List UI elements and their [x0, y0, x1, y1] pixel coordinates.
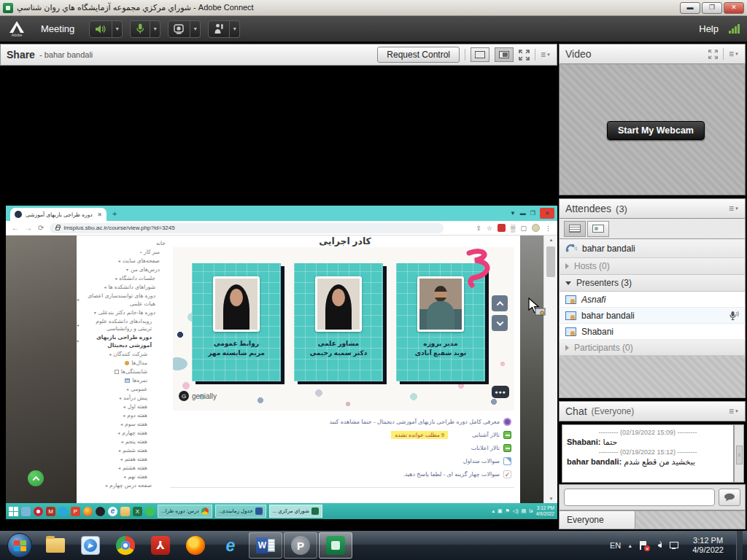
- shared-tray-flag-icon[interactable]: ⚑: [506, 508, 510, 514]
- chat-tab-everyone[interactable]: Everyone: [560, 511, 635, 529]
- nav-item[interactable]: هفته اول◂: [77, 403, 166, 411]
- presenter-row[interactable]: Asnafi: [559, 292, 746, 308]
- chat-send-button[interactable]: [719, 489, 740, 506]
- set-status-button[interactable]: [208, 20, 230, 38]
- browser-minimize-icon[interactable]: ▬: [520, 210, 526, 217]
- taskbar-media-player[interactable]: ▶: [74, 532, 107, 559]
- browser-close-button[interactable]: ✕: [540, 208, 554, 219]
- nav-item[interactable]: دوره های توانمندسازی اعضای هیات علمی◂: [77, 292, 166, 308]
- shared-tray-touch-icon[interactable]: ▤: [522, 508, 527, 514]
- taskbar-adobe-connect[interactable]: [319, 532, 352, 559]
- restore-button[interactable]: ❐: [702, 2, 722, 14]
- activity-link[interactable]: تالار آشنایی 9 مطلب خوانده نشده: [170, 431, 511, 439]
- tray-expand-icon[interactable]: ▲: [627, 543, 632, 548]
- nav-item[interactable]: هفته دوم◂: [77, 412, 166, 420]
- ie-icon[interactable]: e: [108, 507, 117, 516]
- nav-item[interactable]: هفته سوم◂: [77, 421, 166, 429]
- attendees-pod-menu-icon[interactable]: ≡▼: [729, 203, 739, 214]
- nav-item[interactable]: دوره ها-خانم دکتر بندعلی▾: [77, 309, 166, 317]
- presenter-row[interactable]: bahar bandali: [559, 308, 746, 324]
- shared-start-icon[interactable]: [9, 507, 18, 516]
- shared-task-excel[interactable]: شوراي مركزي ...: [269, 505, 322, 518]
- connection-status-icon[interactable]: [729, 24, 740, 34]
- nav-item-current-course[interactable]: دوره طراحی بازیهای آموزشی دیجیتال▾: [77, 334, 166, 349]
- slide-down-button[interactable]: [492, 315, 508, 331]
- back-to-top-button[interactable]: [28, 470, 44, 486]
- taskbar-psiphon[interactable]: P: [284, 532, 317, 559]
- share-pod-menu-icon[interactable]: ≡▼: [541, 50, 551, 60]
- shared-tray-caret-icon[interactable]: ▴: [492, 508, 495, 514]
- microphone-button[interactable]: [130, 20, 150, 38]
- close-button[interactable]: ✕: [724, 2, 744, 14]
- tab-close-icon[interactable]: ✕: [97, 211, 102, 218]
- taskbar-ie[interactable]: e: [214, 532, 247, 559]
- genially-more-button[interactable]: ●●●: [492, 386, 509, 398]
- nav-item-competencies[interactable]: شایستگی‌ها: [77, 368, 166, 376]
- activity-link[interactable]: ✓ سوالات چهار گزینه ای - لطفا پاسخ دهید.: [170, 470, 511, 478]
- dark-app-icon[interactable]: [96, 507, 105, 516]
- volume-icon[interactable]: [654, 541, 663, 550]
- network-icon[interactable]: [670, 541, 680, 550]
- taskbar-explorer[interactable]: [39, 532, 72, 559]
- browser-menu-icon[interactable]: ⋮: [545, 225, 551, 232]
- nav-item-grades[interactable]: نمره‌ها: [77, 377, 166, 385]
- nav-item[interactable]: عمومی◂: [77, 386, 166, 394]
- shared-language-indicator[interactable]: فا: [529, 508, 533, 514]
- taskbar-clock[interactable]: 3:12 PM4/9/2022: [686, 536, 729, 555]
- start-webcam-button[interactable]: Start My Webcam: [607, 121, 705, 140]
- fullscreen-icon[interactable]: [519, 50, 530, 61]
- webcam-dropdown[interactable]: ▼: [190, 20, 201, 38]
- excel-icon[interactable]: X: [133, 507, 142, 516]
- presenters-group-header[interactable]: Presenters (3): [559, 275, 746, 292]
- genially-logo[interactable]: G genially: [179, 391, 217, 401]
- nav-item[interactable]: هفته نهم◂: [77, 473, 166, 481]
- reload-icon[interactable]: ⟳: [38, 224, 44, 232]
- nav-item[interactable]: درس‌های من▾: [77, 266, 166, 274]
- shared-tray-speaker-icon[interactable]: ◁): [513, 508, 519, 514]
- start-button[interactable]: [7, 533, 32, 558]
- nav-item[interactable]: هفته هفتم◂: [77, 456, 166, 464]
- taskbar-word[interactable]: W: [249, 532, 282, 559]
- hosts-group-header[interactable]: Hosts (0): [559, 258, 746, 275]
- activity-link[interactable]: معرفی کامل دوره طراحی بازیهای آموزشی دیج…: [170, 418, 511, 426]
- webcam-button[interactable]: [168, 20, 190, 38]
- participants-group-header[interactable]: Participants (0): [559, 340, 746, 356]
- share-layout-toggle-1[interactable]: [471, 47, 489, 62]
- attendee-list-view-button[interactable]: [564, 221, 586, 237]
- nav-item[interactable]: صفحه درس چهارم◂: [77, 482, 166, 490]
- whatsapp-icon[interactable]: [145, 507, 155, 516]
- new-tab-button[interactable]: +: [112, 209, 117, 218]
- shared-task-chrome[interactable]: درس: دوره طرا...: [158, 505, 212, 518]
- chat-pod-menu-icon[interactable]: ≡▼: [729, 406, 739, 416]
- presenter-row[interactable]: Shabani: [559, 324, 746, 340]
- back-icon[interactable]: ←: [12, 224, 19, 232]
- nav-item[interactable]: رویدادهای دانشکده علوم تربیتی و روانشناس…: [77, 318, 166, 333]
- activity-link[interactable]: سوالات متداول: [170, 457, 511, 465]
- forward-icon[interactable]: →: [25, 224, 32, 232]
- browser-restore-icon[interactable]: ❐: [530, 210, 535, 217]
- m-app-icon[interactable]: M: [46, 507, 55, 516]
- video-fullscreen-icon[interactable]: [708, 50, 718, 59]
- active-speaker-row[interactable]: bahar bandali: [559, 239, 746, 258]
- speaker-dropdown[interactable]: ▼: [112, 20, 123, 38]
- firefox-icon[interactable]: [83, 507, 93, 516]
- shared-task-word[interactable]: جدول زمانبندی..: [215, 505, 266, 518]
- nav-item[interactable]: شوراهای دانشکده ها◂: [77, 284, 166, 292]
- p-app-icon[interactable]: P: [71, 507, 80, 516]
- action-center-flag-icon[interactable]: ✕: [639, 541, 648, 550]
- attendee-status-view-button[interactable]: [587, 221, 609, 237]
- nav-item[interactable]: پیش درآمد◂: [77, 394, 166, 402]
- nav-item-medals[interactable]: مدال‌ها: [77, 359, 166, 368]
- nav-item[interactable]: میز کار▪: [77, 249, 166, 257]
- speaker-button[interactable]: [89, 20, 112, 38]
- nav-item[interactable]: هفته ششم◂: [77, 447, 166, 455]
- microphone-dropdown[interactable]: ▼: [150, 20, 160, 38]
- slide-up-button[interactable]: [492, 295, 508, 311]
- taskbar-acrobat[interactable]: ⅄: [144, 532, 177, 559]
- chat-scrollbar-thumb[interactable]: ≡: [736, 446, 743, 464]
- show-desktop-button[interactable]: [736, 531, 743, 560]
- chat-input[interactable]: [564, 489, 715, 506]
- meeting-menu[interactable]: Meeting: [34, 20, 82, 37]
- telegram-icon[interactable]: [58, 507, 68, 516]
- taskbar-firefox[interactable]: [179, 532, 212, 559]
